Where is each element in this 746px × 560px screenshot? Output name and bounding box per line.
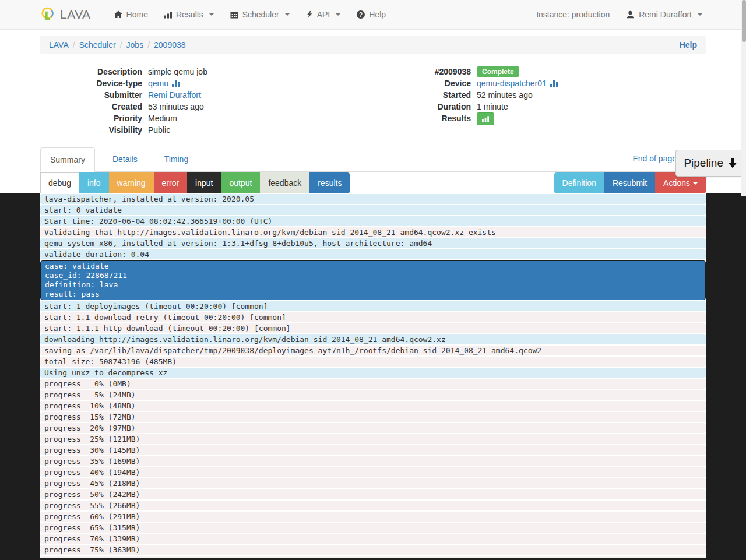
bar-chart-icon xyxy=(164,11,172,19)
log-line: progress 55% (266MB) xyxy=(40,501,706,510)
nav-home-label: Home xyxy=(126,10,148,19)
pipeline-button[interactable]: Pipeline xyxy=(675,150,745,177)
chevron-down-icon xyxy=(336,13,340,16)
breadcrumb-separator: / xyxy=(143,40,154,50)
field-value: 1 minute xyxy=(477,101,508,112)
log-filter-button[interactable]: info xyxy=(79,172,109,193)
breadcrumb-jobs[interactable]: Jobs xyxy=(126,40,144,50)
chart-bars-icon[interactable] xyxy=(550,80,558,87)
tab-timing[interactable]: Timing xyxy=(155,147,198,171)
log-filter-button[interactable]: warning xyxy=(109,172,154,193)
user-name-label: Remi Duraffort xyxy=(639,10,692,19)
lava-logo-icon xyxy=(40,6,55,23)
log-line: progress 60% (291MB) xyxy=(40,512,706,522)
svg-text:?: ? xyxy=(359,12,363,18)
log-filter-button[interactable]: error xyxy=(154,172,188,193)
nav-results-label: Results xyxy=(176,10,203,19)
log-line: progress 5% (24MB) xyxy=(40,390,706,400)
log-line: progress 25% (121MB) xyxy=(40,434,706,444)
job-log: lava-dispatcher, installed at version: 2… xyxy=(40,193,706,558)
calendar-icon xyxy=(230,10,238,19)
device-link[interactable]: qemu-dispatcher01 xyxy=(477,78,547,89)
log-line: downloading http://images.validation.lin… xyxy=(40,334,706,344)
log-filter-button[interactable]: results xyxy=(309,172,350,193)
device-type-link[interactable]: qemu xyxy=(148,78,168,89)
status-badge: Complete xyxy=(477,66,519,77)
log-line: Validating that http://images.validation… xyxy=(40,227,706,237)
field-label: Description xyxy=(40,66,142,78)
field-label: Device xyxy=(373,78,471,89)
nav-scheduler[interactable]: Scheduler xyxy=(222,0,298,30)
field-value: 53 minutes ago xyxy=(148,101,204,112)
log-line[interactable]: case: validate case_id: 228687211 defini… xyxy=(40,260,706,300)
log-line: start: 1.1.1 http-download (timeout 00:2… xyxy=(40,323,706,333)
page-header-section: LAVA/Scheduler/Jobs/2009038 Help Descrip… xyxy=(0,30,746,193)
log-filter-button[interactable]: debug xyxy=(40,172,79,193)
home-icon xyxy=(114,10,122,19)
job-details-right: #2009038 Complete Device qemu-dispatcher… xyxy=(373,66,706,136)
log-line: progress 45% (218MB) xyxy=(40,478,706,488)
field-label: Started xyxy=(373,89,471,101)
chart-bars-icon xyxy=(482,115,489,122)
job-field-visibility: Visibility Public xyxy=(40,124,373,136)
log-line: validate duration: 0.04 xyxy=(40,249,706,259)
chevron-down-icon xyxy=(285,13,290,16)
breadcrumb-separator: / xyxy=(116,40,126,50)
log-line: progress 65% (315MB) xyxy=(40,523,706,533)
log-line: progress 15% (72MB) xyxy=(40,412,706,422)
breadcrumb-job-id[interactable]: 2009038 xyxy=(154,40,186,50)
field-label: Results xyxy=(373,112,471,125)
chart-bars-icon[interactable] xyxy=(172,80,180,87)
log-filter-button[interactable]: feedback xyxy=(260,172,309,193)
thick-down-arrow-icon xyxy=(729,158,737,168)
breadcrumb-scheduler[interactable]: Scheduler xyxy=(79,40,116,50)
end-of-page-label: End of page xyxy=(632,154,677,163)
job-details-left: Description simple qemu job Device-type … xyxy=(40,66,373,136)
log-line: progress 80% (388MB) xyxy=(40,556,706,558)
submitter-link[interactable]: Remi Duraffort xyxy=(148,89,201,101)
breadcrumb-lava[interactable]: LAVA xyxy=(49,40,69,50)
log-filter-button[interactable]: input xyxy=(187,172,221,193)
log-line: start: 1 deployimages (timeout 00:20:00)… xyxy=(40,301,706,311)
log-filter-button[interactable]: output xyxy=(221,172,260,193)
user-menu[interactable]: Remi Duraffort xyxy=(626,10,702,19)
top-navbar: LAVA Home Results Scheduler xyxy=(0,0,746,30)
nav-api[interactable]: API xyxy=(298,0,349,30)
help-link[interactable]: Help xyxy=(680,40,697,50)
field-value: simple qemu job xyxy=(148,66,207,78)
brand-label: LAVA xyxy=(60,8,91,22)
job-field-created: Created 53 minutes ago xyxy=(40,101,373,112)
breadcrumb: LAVA/Scheduler/Jobs/2009038 Help xyxy=(40,36,706,54)
scrollbar-track[interactable] xyxy=(741,0,746,196)
definition-button[interactable]: Definition xyxy=(554,172,604,193)
log-line: start: 0 validate xyxy=(40,205,706,215)
scrollbar-thumb[interactable] xyxy=(742,0,746,42)
bolt-icon xyxy=(306,10,313,19)
log-line: progress 70% (339MB) xyxy=(40,534,706,544)
field-label: Created xyxy=(40,101,142,112)
question-circle-icon: ? xyxy=(357,10,365,19)
navbar-right: Instance: production Remi Duraffort xyxy=(536,10,702,19)
lava-brand-link[interactable]: LAVA xyxy=(40,6,91,23)
tab-details[interactable]: Details xyxy=(103,147,147,171)
tab-summary[interactable]: Summary xyxy=(40,147,95,172)
field-value: 52 minutes ago xyxy=(477,89,533,101)
pipeline-label: Pipeline xyxy=(684,157,723,170)
field-label: Submitter xyxy=(40,89,142,101)
nav-home[interactable]: Home xyxy=(106,0,156,30)
log-line: progress 10% (48MB) xyxy=(40,401,706,411)
results-button[interactable] xyxy=(477,112,494,125)
nav-results[interactable]: Results xyxy=(156,0,222,30)
job-id-label: #2009038 xyxy=(373,66,471,78)
log-line: saving as /var/lib/lava/dispatcher/tmp/2… xyxy=(40,346,706,355)
log-toolbar: debuginfowarningerrorinputoutputfeedback… xyxy=(40,172,706,193)
job-field-device: Device qemu-dispatcher01 xyxy=(373,78,706,89)
chevron-down-icon xyxy=(209,13,214,16)
nav-help[interactable]: ? Help xyxy=(349,0,394,30)
log-line: total size: 508743196 (485MB) xyxy=(40,357,706,367)
log-line: Start time: 2020-06-04 08:02:42.366519+0… xyxy=(40,216,706,226)
log-line: Using unxz to decompress xz xyxy=(40,368,706,378)
job-field-id: #2009038 Complete xyxy=(373,66,706,78)
field-value: Medium xyxy=(148,112,177,124)
resubmit-button[interactable]: Resubmit xyxy=(604,172,655,193)
